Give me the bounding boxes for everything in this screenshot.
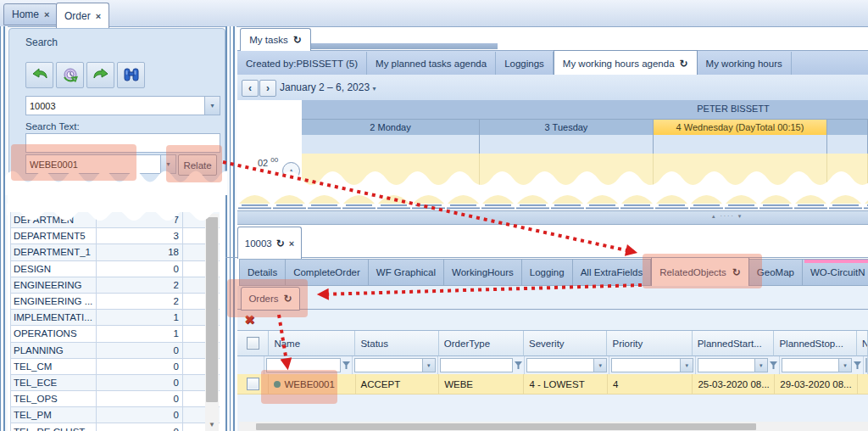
filter-cell-ordertype[interactable]: [438, 356, 525, 374]
left-edge-splitter[interactable]: [0, 26, 8, 431]
scrollbar-thumb[interactable]: [206, 217, 218, 402]
filter-input[interactable]: [865, 358, 867, 372]
calendar-body[interactable]: [302, 154, 868, 190]
filter-combo[interactable]: ▾: [698, 358, 767, 372]
table-row[interactable]: TEL_RE CLUST...0: [11, 423, 220, 431]
refresh-icon[interactable]: ↻: [732, 266, 741, 278]
subtab-details[interactable]: Details: [239, 259, 286, 286]
cell-plannedstart[interactable]: 25-03-2020 08...: [693, 374, 775, 394]
undo-button[interactable]: [25, 62, 53, 88]
splitter-grip-icon[interactable]: ▴ ···· ▾: [712, 213, 743, 220]
date-range-selector[interactable]: January 2 – 6, 2023 ▾: [280, 81, 376, 93]
filter-combo[interactable]: ▾: [526, 358, 607, 372]
chevron-down-icon[interactable]: ▾: [680, 359, 693, 372]
filter-funnel-icon[interactable]: [515, 361, 522, 369]
table-row[interactable]: DESIGN0: [11, 261, 220, 277]
chevron-down-icon[interactable]: ▾: [754, 359, 767, 372]
redo-button[interactable]: [86, 62, 114, 88]
day-header-wednesday-selected[interactable]: 4 Wednesday (DayTotal 00:15): [654, 120, 827, 135]
table-row[interactable]: TEL_PM0: [11, 407, 220, 423]
subtab-geomap[interactable]: GeoMap: [749, 259, 803, 286]
subtab-completeorder[interactable]: CompleteOrder: [286, 259, 369, 286]
cell-plannedstop[interactable]: 29-03-2020 08...: [775, 374, 858, 394]
select-all-checkbox-cell[interactable]: [237, 331, 269, 356]
table-row[interactable]: PLANNING0: [11, 343, 220, 359]
column-header-plannedstart[interactable]: PlannedStart...: [693, 331, 775, 356]
subtab-all-extrafields[interactable]: All ExtraFields: [573, 259, 652, 286]
filter-funnel-icon[interactable]: [342, 361, 350, 369]
tab-home-close-icon[interactable]: ×: [44, 9, 49, 20]
checkbox[interactable]: [247, 378, 259, 390]
scroll-down-icon[interactable]: ▼: [205, 421, 219, 428]
related-object-dropdown-button[interactable]: ▾: [160, 155, 175, 173]
chevron-down-icon[interactable]: ▾: [838, 359, 851, 372]
all-day-cell[interactable]: [654, 135, 827, 154]
column-header-severity[interactable]: Severity: [524, 331, 607, 356]
related-object-input[interactable]: [26, 157, 160, 171]
cell-status[interactable]: ACCEPT: [356, 374, 440, 394]
day-header-partial[interactable]: [827, 120, 868, 135]
column-header-plannedstop[interactable]: PlannedStop...: [774, 331, 857, 356]
subtab-relatedobjects[interactable]: RelatedObjects ↻: [651, 258, 749, 286]
refresh-icon[interactable]: ↻: [284, 293, 292, 305]
chevron-down-icon[interactable]: ▾: [593, 359, 606, 372]
calendar-cell[interactable]: [480, 154, 654, 190]
order-number-dropdown-button[interactable]: ▾: [204, 97, 220, 115]
filter-combo[interactable]: ▾: [611, 358, 693, 372]
next-week-button[interactable]: ›: [259, 80, 276, 97]
column-header-priority[interactable]: Priority: [607, 331, 692, 356]
filter-input[interactable]: [440, 358, 513, 372]
column-header-status[interactable]: Status: [355, 331, 438, 356]
all-day-cell[interactable]: [480, 135, 654, 154]
scrollbar-thumb[interactable]: [256, 423, 756, 430]
grid-horizontal-scrollbar[interactable]: [239, 422, 868, 431]
calendar-cell[interactable]: [654, 154, 827, 190]
related-object-combo[interactable]: ▾: [25, 154, 176, 174]
day-header-tuesday[interactable]: 3 Tuesday: [480, 120, 654, 135]
center-splitter[interactable]: [225, 26, 236, 431]
filter-cell-status[interactable]: ▾: [353, 356, 437, 374]
table-row[interactable]: DEPARTMEN7: [11, 212, 220, 228]
tab-home[interactable]: Home ×: [3, 3, 58, 25]
subtab-working-hours[interactable]: My working hours: [698, 52, 792, 76]
all-day-cell[interactable]: [302, 135, 480, 154]
subtab-logging[interactable]: Logging: [522, 259, 573, 286]
cell-ordertype[interactable]: WEBE: [439, 374, 524, 394]
order-row-webe0001[interactable]: WEBE0001 ACCEPT WEBE 4 - LOWEST 4 25-03-…: [237, 374, 868, 395]
checkbox[interactable]: [247, 337, 259, 350]
filter-funnel-icon[interactable]: [770, 361, 777, 369]
filter-input[interactable]: [266, 358, 341, 372]
order-number-input[interactable]: [26, 98, 204, 113]
table-row[interactable]: DEPARTMENT53: [11, 228, 220, 244]
prev-week-button[interactable]: ‹: [242, 80, 259, 97]
tab-order[interactable]: Order ×: [56, 3, 109, 28]
subtab-workinghours[interactable]: WorkingHours: [444, 259, 522, 286]
tab-order-10003[interactable]: 10003 ↻ ×: [237, 227, 302, 259]
scroll-up-button[interactable]: ∧: [282, 162, 300, 180]
subtab-wo-circuit[interactable]: WO-CircuitN: [803, 259, 868, 286]
cell-name[interactable]: WEBE0001: [269, 374, 355, 394]
row-checkbox-cell[interactable]: [237, 374, 269, 394]
search-text-input[interactable]: [26, 136, 220, 150]
subtab-working-hours-agenda[interactable]: My working hours agenda ↻: [554, 50, 698, 76]
filter-funnel-icon[interactable]: [854, 361, 861, 369]
refresh-icon[interactable]: ↻: [293, 34, 302, 46]
filter-cell-n[interactable]: [864, 356, 868, 374]
table-row[interactable]: TEL_OPS0: [11, 391, 220, 407]
table-row[interactable]: TEL_CM0: [11, 359, 220, 375]
subtab-wf-graphical[interactable]: WF Graphical: [369, 259, 444, 286]
delete-relation-button[interactable]: ✖: [244, 312, 255, 327]
history-button[interactable]: [56, 62, 84, 88]
table-row[interactable]: IMPLEMENTATI...1: [11, 310, 220, 326]
cell-n[interactable]: [858, 374, 868, 394]
close-icon[interactable]: ×: [289, 238, 294, 249]
refresh-icon[interactable]: ↻: [680, 58, 688, 70]
column-header-ordertype[interactable]: OrderType: [439, 331, 524, 356]
find-button[interactable]: [117, 62, 145, 88]
table-row[interactable]: OPERATIONS1: [11, 326, 220, 342]
calendar-cell[interactable]: [827, 154, 868, 190]
filter-combo[interactable]: ▾: [354, 358, 435, 372]
all-day-cell[interactable]: [827, 135, 868, 154]
tab-my-tasks[interactable]: My tasks ↻: [240, 28, 311, 51]
column-header-n[interactable]: N...: [857, 331, 868, 356]
